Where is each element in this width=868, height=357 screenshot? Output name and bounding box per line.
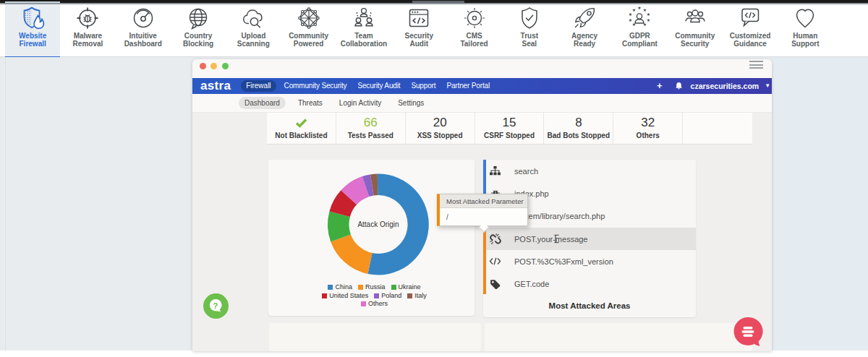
svg-text:★: ★ bbox=[632, 8, 636, 12]
svg-text:★: ★ bbox=[643, 22, 647, 27]
svg-text:★: ★ bbox=[629, 18, 632, 22]
svg-text:?: ? bbox=[213, 301, 218, 310]
svg-text:★: ★ bbox=[647, 18, 650, 22]
svg-text:★: ★ bbox=[638, 6, 642, 10]
svg-text:Attack Origin: Attack Origin bbox=[357, 220, 399, 228]
svg-text:★: ★ bbox=[629, 12, 632, 17]
svg-text:★: ★ bbox=[647, 12, 650, 17]
svg-text:★: ★ bbox=[632, 22, 636, 27]
